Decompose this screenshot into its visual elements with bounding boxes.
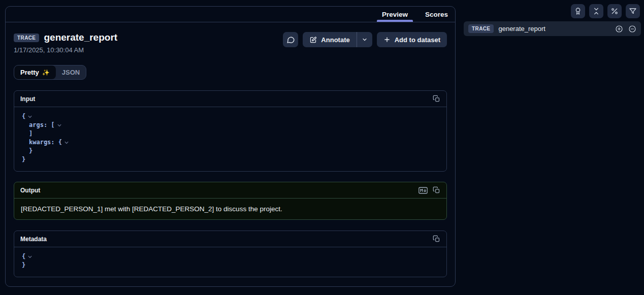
plus-icon: [383, 36, 391, 43]
collapse-chevron-icon[interactable]: [27, 254, 33, 259]
metadata-panel: Metadata {}: [14, 231, 447, 277]
code-token: {: [22, 252, 25, 261]
code-line: }: [22, 155, 439, 164]
metadata-panel-title: Metadata: [20, 236, 47, 243]
fold-vertical-icon: [592, 7, 600, 15]
trace-actions: Annotate Add to dataset: [283, 32, 447, 47]
output-content: [REDACTED_PERSON_1] met with [REDACTED_P…: [14, 199, 446, 219]
sidebar-trace-row[interactable]: TRACE generate_report: [464, 21, 641, 36]
trace-timestamp: 1/17/2025, 10:30:04 AM: [14, 46, 117, 54]
copy-metadata-button[interactable]: [433, 235, 440, 243]
code-token: }: [22, 155, 25, 164]
annotate-button[interactable]: Annotate: [303, 32, 356, 47]
sidebar-trace-badge: TRACE: [468, 24, 494, 33]
code-token: }: [29, 147, 33, 155]
tab-scores-label: Scores: [425, 11, 448, 18]
collapse-chevron-icon[interactable]: [57, 123, 62, 128]
annotate-label: Annotate: [321, 36, 349, 44]
collapse-chevron-icon[interactable]: [27, 114, 33, 119]
output-panel-header: Output: [14, 182, 446, 199]
tab-scores[interactable]: Scores: [422, 7, 451, 22]
collapse-vertical-button[interactable]: [589, 4, 603, 18]
collapse-all-button[interactable]: [628, 25, 636, 33]
add-to-dataset-button[interactable]: Add to dataset: [377, 32, 447, 47]
percent-button[interactable]: [607, 4, 622, 18]
chevron-down-icon: [362, 37, 368, 43]
tab-preview[interactable]: Preview: [379, 7, 411, 22]
input-panel-title: Input: [20, 95, 35, 103]
add-to-dataset-label: Add to dataset: [395, 36, 440, 44]
copy-icon: [433, 235, 440, 243]
pretty-label: Pretty: [20, 69, 39, 76]
trace-header: TRACE generate_report 1/17/2025, 10:30:0…: [14, 32, 447, 54]
sparkles-icon: ✨: [42, 69, 50, 76]
annotate-split-button: Annotate: [303, 32, 372, 47]
json-label: JSON: [62, 69, 80, 76]
pretty-toggle[interactable]: Pretty ✨: [14, 65, 56, 79]
plus-circle-icon: [615, 25, 623, 33]
copy-icon: [433, 95, 440, 103]
markdown-toggle-button[interactable]: [418, 187, 428, 194]
code-token: {: [22, 112, 25, 121]
sidebar-row-actions: [615, 25, 636, 33]
sidebar-toolbar: [571, 4, 640, 18]
code-line: }: [22, 261, 439, 270]
award-icon: [574, 7, 582, 15]
tab-preview-label: Preview: [382, 11, 408, 18]
json-toggle[interactable]: JSON: [56, 65, 86, 79]
view-toggle: Pretty ✨ JSON: [14, 65, 86, 80]
copy-input-button[interactable]: [433, 95, 440, 103]
sidebar-trace-label: generate_report: [498, 25, 545, 32]
output-panel-title: Output: [20, 187, 40, 194]
expand-all-button[interactable]: [615, 25, 623, 33]
output-panel: Output [REDACTED_PERSON_1] met with [RED…: [14, 182, 447, 220]
code-token: kwargs: {: [29, 138, 62, 147]
input-panel: Input {args: []kwargs: {}}: [14, 90, 447, 172]
comment-button[interactable]: [283, 32, 298, 47]
view-toggle-row: Pretty ✨ JSON: [14, 65, 447, 80]
code-token: args: [: [29, 121, 55, 129]
annotate-pencil-icon: [309, 36, 317, 44]
metadata-panel-header: Metadata: [14, 231, 446, 247]
minus-circle-icon: [628, 25, 636, 33]
copy-icon: [433, 186, 440, 194]
annotation-queue-button[interactable]: [571, 4, 585, 18]
trace-identity: TRACE generate_report 1/17/2025, 10:30:0…: [14, 32, 117, 54]
code-line: ]: [22, 129, 439, 138]
input-json-tree: {args: []kwargs: {}}: [14, 107, 446, 171]
code-line: }: [22, 147, 439, 155]
tab-bar: Preview Scores: [6, 7, 455, 22]
trace-title: generate_report: [44, 32, 117, 43]
comment-icon: [286, 36, 295, 44]
percent-icon: [610, 7, 619, 15]
filter-funnel-icon: [629, 7, 637, 15]
input-panel-header: Input: [14, 91, 446, 107]
code-line: kwargs: {: [22, 138, 439, 147]
copy-output-button[interactable]: [433, 186, 440, 194]
trace-detail-card: Preview Scores TRACE generate_report 1/1…: [5, 6, 456, 287]
markdown-icon: [418, 187, 428, 194]
code-token: ]: [29, 129, 33, 138]
metadata-json-tree: {}: [14, 247, 446, 277]
panels: Input {args: []kwargs: {}} Output: [14, 90, 447, 277]
code-line: args: [: [22, 121, 439, 129]
code-token: }: [22, 261, 25, 270]
filter-button[interactable]: [626, 4, 640, 18]
code-line: {: [22, 112, 439, 121]
annotate-dropdown-button[interactable]: [357, 32, 372, 47]
code-line: {: [22, 252, 439, 261]
collapse-chevron-icon[interactable]: [64, 140, 69, 145]
trace-type-badge: TRACE: [14, 34, 39, 42]
